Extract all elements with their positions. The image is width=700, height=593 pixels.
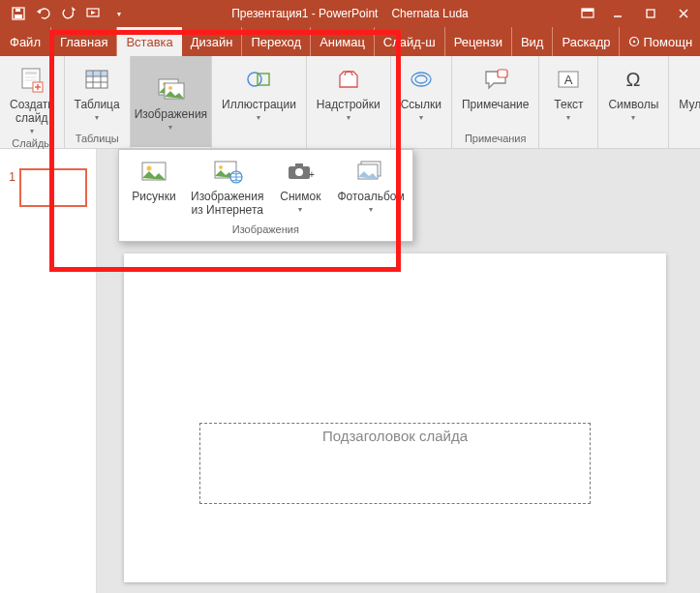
screenshot-button[interactable]: + Снимок ▾ (273, 156, 327, 218)
tab-animations[interactable]: Анимац (311, 27, 375, 56)
camera-icon: + (285, 156, 316, 187)
chevron-down-icon: ▾ (631, 113, 635, 122)
new-slide-button[interactable]: Создать слайд ▾ (6, 60, 58, 137)
illustrations-button[interactable]: Иллюстрации ▾ (218, 60, 300, 124)
images-dropdown-button[interactable]: Изображения ▾ (131, 56, 211, 147)
online-pictures-label: Изображенияиз Интернета (191, 191, 263, 218)
undo-icon[interactable] (35, 5, 52, 22)
svg-rect-18 (25, 79, 37, 81)
images-gallery: Рисунки Изображенияиз Интернета + Снимок… (118, 149, 413, 242)
group-addins: Надстройки ▾ (307, 56, 391, 148)
store-icon (333, 64, 364, 95)
svg-text:Ω: Ω (626, 69, 641, 90)
ribbon-display-options-icon[interactable] (574, 8, 601, 19)
group-addins-label (347, 133, 350, 146)
media-label: Мультимедиа (679, 99, 700, 112)
svg-point-31 (168, 86, 172, 90)
tab-home[interactable]: Главная (50, 27, 117, 56)
user-name: Chernata Luda (391, 7, 468, 20)
addins-button[interactable]: Надстройки ▾ (313, 60, 384, 124)
online-pictures-button[interactable]: Изображенияиз Интернета (191, 156, 263, 218)
maximize-button[interactable] (634, 0, 667, 27)
svg-rect-1 (15, 15, 22, 18)
title-bar: ▾ Презентация1 - PowerPoint Chernata Lud… (0, 0, 700, 27)
text-button[interactable]: A Текст ▾ (545, 60, 592, 124)
svg-rect-7 (647, 10, 654, 17)
save-icon[interactable] (10, 5, 27, 22)
qat-customize-icon[interactable]: ▾ (110, 5, 128, 22)
table-button[interactable]: Таблица ▾ (71, 60, 124, 124)
chevron-down-icon: ▾ (369, 205, 373, 214)
slide-canvas[interactable]: Подзаголовок слайда (124, 253, 666, 582)
links-button[interactable]: Ссылки ▾ (397, 60, 445, 124)
comment-button[interactable]: Примечание (458, 60, 533, 114)
images-gallery-label: Изображения (127, 223, 405, 237)
photo-album-icon (355, 156, 386, 187)
start-from-beginning-icon[interactable] (85, 5, 103, 22)
group-symbols-label (632, 133, 635, 146)
link-icon (406, 64, 437, 95)
screenshot-label: Снимок (280, 191, 320, 204)
tab-view[interactable]: Вид (512, 27, 554, 56)
links-label: Ссылки (401, 99, 441, 112)
chevron-down-icon: ▾ (168, 123, 172, 132)
svg-rect-45 (295, 163, 303, 167)
images-label: Изображения (135, 108, 207, 122)
group-illustrations: Иллюстрации ▾ (212, 56, 307, 148)
tab-review[interactable]: Рецензи (445, 27, 512, 56)
thumbnail-number: 1 (4, 168, 15, 184)
illustrations-label: Иллюстрации (222, 99, 296, 112)
svg-rect-35 (498, 70, 507, 77)
svg-point-32 (248, 73, 261, 86)
subtitle-placeholder[interactable]: Подзаголовок слайда (199, 423, 591, 504)
tab-file[interactable]: Файл (0, 27, 50, 56)
ribbon-tabs: Файл Главная Вставка Дизайн Переход Аним… (0, 27, 700, 56)
svg-point-40 (147, 166, 152, 171)
group-illustrations-label (258, 133, 260, 146)
tab-transitions[interactable]: Переход (242, 27, 311, 56)
group-comments: Примечание Примечания (452, 56, 539, 148)
media-button[interactable]: Мультимедиа ▾ (675, 60, 700, 124)
group-tables: Таблица ▾ Таблицы (65, 56, 131, 148)
chevron-down-icon: ▾ (347, 113, 350, 122)
tab-help[interactable]: Помощн (620, 27, 700, 56)
table-label: Таблица (75, 99, 120, 112)
table-icon (81, 64, 112, 95)
group-media: Мультимедиа ▾ (669, 56, 700, 148)
addins-label: Надстройки (317, 99, 380, 112)
chevron-down-icon: ▾ (298, 205, 302, 214)
thumbnail-preview[interactable] (19, 168, 87, 207)
group-text-label (567, 133, 570, 146)
new-slide-label: Создать слайд (10, 99, 54, 126)
group-comments-label: Примечания (465, 133, 527, 146)
photo-album-label: Фотоальбом (337, 191, 404, 204)
group-links: Ссылки ▾ (391, 56, 452, 148)
svg-text:+: + (309, 169, 315, 180)
photo-album-button[interactable]: Фотоальбом ▾ (337, 156, 404, 218)
chevron-down-icon: ▾ (30, 127, 34, 135)
close-button[interactable] (667, 0, 700, 27)
tab-storyboard[interactable]: Раскадр (553, 27, 620, 56)
group-symbols: Ω Символы ▾ (598, 56, 669, 148)
group-images: Изображения ▾ (131, 56, 212, 148)
chevron-down-icon: ▾ (257, 113, 260, 122)
minimize-button[interactable] (601, 0, 634, 27)
tab-design[interactable]: Дизайн (182, 27, 243, 56)
group-text: A Текст ▾ (539, 56, 598, 148)
group-links-label (419, 133, 422, 146)
text-label: Текст (554, 99, 583, 112)
symbols-button[interactable]: Ω Символы ▾ (604, 60, 662, 124)
picture-icon (138, 156, 169, 187)
tab-help-label: Помощн (643, 35, 692, 49)
thumbnail-item[interactable]: 1 (4, 168, 92, 207)
tab-slideshow[interactable]: Слайд-ш (375, 27, 445, 56)
title-center: Презентация1 - PowerPoint Chernata Luda (231, 7, 469, 20)
slide-thumbnails-pane[interactable]: 1 (0, 149, 97, 593)
online-picture-icon (212, 156, 243, 187)
pictures-button[interactable]: Рисунки (127, 156, 181, 218)
svg-point-11 (633, 41, 635, 43)
svg-point-46 (295, 168, 303, 176)
ribbon: Создать слайд ▾ Слайды Таблица ▾ Таблицы (0, 56, 700, 149)
tab-insert[interactable]: Вставка (117, 27, 181, 56)
redo-icon[interactable] (60, 5, 77, 22)
